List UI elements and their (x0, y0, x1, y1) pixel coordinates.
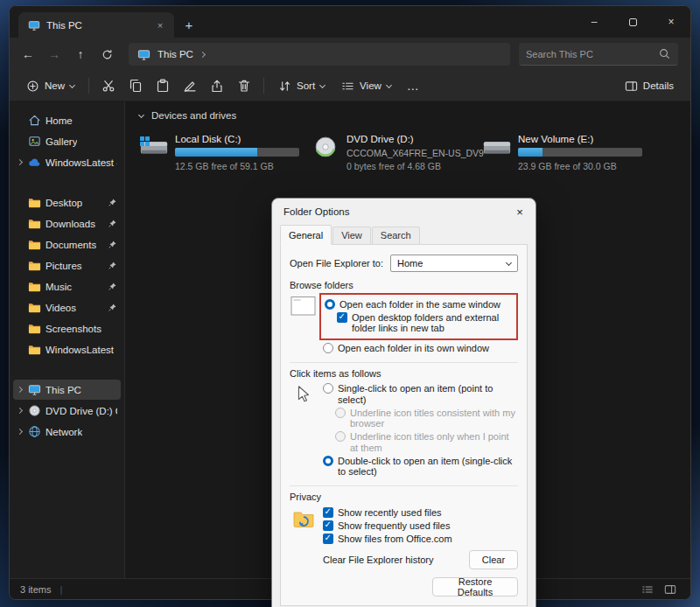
checkbox-recently-used[interactable]: Show recently used files (323, 507, 518, 519)
close-button[interactable]: × (652, 6, 690, 38)
tab-view[interactable]: View (332, 227, 371, 245)
radio-double-click[interactable]: Double-click to open an item (single-cli… (323, 456, 518, 478)
delete-button[interactable] (231, 73, 257, 98)
pin-icon (108, 198, 117, 207)
rename-button[interactable] (177, 73, 203, 98)
paste-icon (156, 79, 170, 93)
radio-single-click[interactable]: Single-click to open an item (point to s… (323, 383, 518, 405)
refresh-button[interactable] (94, 41, 120, 67)
radio-selected-icon[interactable] (323, 456, 333, 466)
radio-selected-icon[interactable] (325, 299, 335, 310)
capacity-bar (518, 148, 642, 157)
open-to-dropdown[interactable]: Home (390, 255, 518, 272)
clear-button[interactable]: Clear (469, 550, 518, 569)
pin-icon (108, 282, 117, 291)
more-options-button[interactable]: … (400, 79, 426, 93)
capacity-bar-fill (518, 148, 542, 157)
sidebar-item-gallery[interactable]: Gallery (13, 131, 121, 151)
trash-icon (237, 79, 251, 93)
large-icons-view-button[interactable] (661, 582, 680, 597)
chevron-right-icon (17, 387, 23, 393)
search-box[interactable] (519, 43, 678, 66)
new-tab-button[interactable]: + (178, 13, 200, 36)
drive-tile-dvd-d[interactable]: DVD Drive (D:) CCCOMA_X64FRE_EN-US_DV9 0… (311, 133, 475, 171)
sidebar-item-onedrive[interactable]: WindowsLatest - Pe (13, 152, 121, 172)
tab-close-icon[interactable]: × (153, 20, 167, 31)
sidebar-item-windowslatest[interactable]: WindowsLatest (13, 339, 121, 359)
checkbox-checked-icon[interactable] (337, 312, 347, 323)
breadcrumb-this-pc[interactable]: This PC (158, 49, 193, 59)
tab-search[interactable]: Search (372, 227, 420, 245)
gallery-icon (28, 135, 41, 148)
forward-button[interactable]: → (41, 41, 67, 67)
large-icons-view-icon (664, 583, 676, 596)
sidebar-item-documents[interactable]: Documents (13, 234, 121, 255)
details-pane-button[interactable]: Details (617, 73, 682, 98)
privacy-group: Privacy Show recently used files Show fr… (290, 492, 518, 569)
dvd-disc-icon (28, 404, 41, 417)
sidebar-item-home[interactable]: Home (13, 110, 121, 130)
toolbar-divider (263, 78, 264, 94)
folder-icon (28, 259, 41, 272)
checkbox-checked-icon[interactable] (323, 507, 333, 518)
browse-folders-icon (290, 293, 318, 356)
sidebar-item-videos[interactable]: Videos (13, 297, 121, 317)
status-divider: | (60, 584, 62, 595)
explorer-tab-this-pc[interactable]: This PC × (18, 12, 174, 38)
click-items-icon (290, 381, 318, 480)
checkbox-frequently-used[interactable]: Show frequently used files (323, 520, 518, 532)
restore-defaults-button[interactable]: Restore Defaults (432, 577, 518, 597)
copy-button[interactable] (122, 73, 149, 98)
command-bar: New Sort View … De (10, 71, 690, 101)
drive-tile-new-volume-e[interactable]: New Volume (E:) 23.9 GB free of 30.0 GB (482, 133, 647, 171)
cut-button[interactable] (95, 73, 122, 98)
tab-title: This PC (46, 20, 82, 31)
back-button[interactable]: ← (15, 41, 41, 67)
sort-button[interactable]: Sort (270, 73, 332, 98)
checkbox-checked-icon[interactable] (323, 520, 333, 531)
maximize-button[interactable] (613, 6, 652, 38)
breadcrumb-chevron-icon[interactable] (200, 51, 206, 57)
radio-underline-browser[interactable]: Underline icon titles consistent with my… (335, 408, 518, 429)
radio-open-same-window[interactable]: Open each folder in the same window (325, 299, 513, 310)
sidebar-item-network[interactable]: Network (13, 422, 121, 442)
sidebar-item-downloads[interactable]: Downloads (13, 213, 121, 234)
radio-unselected-icon[interactable] (323, 343, 333, 353)
devices-and-drives-header[interactable]: Devices and drives (139, 110, 690, 121)
details-view-button[interactable] (638, 582, 657, 597)
open-to-label: Open File Explorer to: (290, 258, 383, 269)
drive-tile-local-disk-c[interactable]: Local Disk (C:) 12.5 GB free of 59.1 GB (139, 133, 304, 171)
radio-underline-point[interactable]: Underline icon titles only when I point … (335, 431, 518, 453)
checkbox-checked-icon[interactable] (323, 534, 333, 544)
sidebar-item-music[interactable]: Music (13, 276, 121, 297)
search-input[interactable] (526, 49, 658, 59)
checkbox-open-in-new-tab[interactable]: Open desktop folders and external folder… (337, 312, 513, 334)
windows-logo-icon (140, 136, 150, 146)
share-button[interactable] (204, 73, 230, 98)
pin-icon (108, 303, 117, 312)
clear-history-label: Clear File Explorer history (323, 555, 434, 565)
checkbox-office-files[interactable]: Show files from Office.com (323, 534, 518, 545)
tab-general[interactable]: General (280, 225, 332, 245)
new-button[interactable]: New (18, 73, 82, 98)
folder-icon (28, 238, 41, 251)
general-tab-panel: Open File Explorer to: Home Browse folde… (280, 244, 528, 606)
dialog-close-button[interactable]: × (504, 199, 536, 225)
sidebar-item-desktop[interactable]: Desktop (13, 192, 121, 213)
title-bar: This PC × + – × (10, 6, 690, 38)
up-button[interactable]: ↑ (67, 41, 94, 67)
radio-open-own-window[interactable]: Open each folder in its own window (323, 343, 518, 354)
sidebar-item-this-pc[interactable]: This PC (13, 380, 121, 400)
chevron-down-icon (319, 81, 326, 87)
desktop-wallpaper: This PC × + – × ← → ↑ This PC (0, 0, 700, 607)
sidebar-item-screenshots[interactable]: Screenshots (13, 318, 121, 338)
radio-unselected-icon[interactable] (323, 383, 333, 394)
sidebar-item-pictures[interactable]: Pictures (13, 255, 121, 276)
view-button[interactable]: View (333, 73, 399, 98)
sidebar-item-dvd-drive[interactable]: DVD Drive (D:) CCC (13, 401, 121, 421)
paste-button[interactable] (150, 73, 176, 98)
hard-drive-icon (139, 134, 169, 160)
minimize-button[interactable]: – (575, 6, 613, 38)
address-breadcrumb[interactable]: This PC (129, 43, 510, 66)
collapse-chevron-icon[interactable] (138, 111, 144, 117)
